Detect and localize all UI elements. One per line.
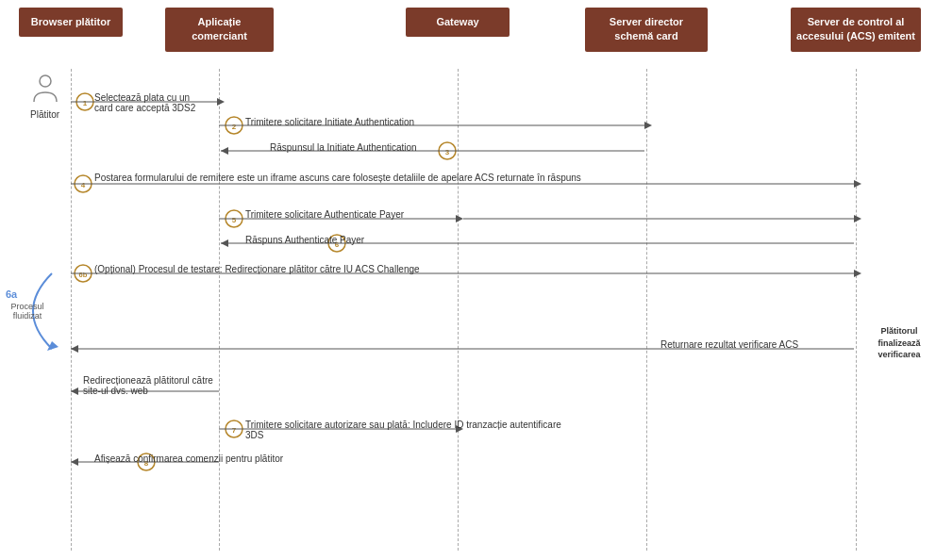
step8-label: Afișează confirmarea comenzii pentru plă… [94,453,359,464]
step1-label: Selectează plata cu un card care acceptă… [94,92,208,113]
svg-text:4: 4 [81,181,86,189]
svg-marker-8 [644,122,652,129]
step4-label: Postarea formularului de remitere este u… [94,173,755,183]
svg-marker-42 [71,458,78,466]
side-label-verification: Plătitorulfinalizeazăverificarea [866,325,932,361]
step6b-label: (Opțional) Procesul de testare: Redirecț… [94,264,679,274]
svg-text:2: 2 [232,123,237,131]
svg-marker-16 [854,180,861,188]
svg-text:7: 7 [232,426,237,435]
step2-label: Trimitere solicitare Initiate Authentica… [245,117,510,127]
redirect-label: Redirecționează plătitorul către site-ul… [83,375,220,396]
acs-return-label: Returnare rezultat verificare ACS [660,339,849,350]
svg-text:1: 1 [83,99,88,107]
svg-text:6b: 6b [79,271,88,279]
svg-marker-32 [71,345,78,353]
process-desc: Procesulfluidizat [4,302,51,321]
step6-label: Răspuns Authenticate Payer [245,235,510,245]
sequence-diagram: Browser plătitor Aplicație comerciant Ga… [0,0,936,560]
step5-label: Trimitere solicitare Authenticate Payer [245,209,510,220]
arrows-svg: 1 2 3 4 5 6 6b [0,0,936,560]
step7-label: Trimitere solicitare autorizare sau plat… [245,420,566,440]
svg-marker-30 [854,270,861,277]
step3-label: Răspunsul la Initiate Authentication [270,142,534,153]
svg-marker-4 [217,98,225,106]
svg-marker-34 [71,387,78,395]
process-6a-id: 6a [6,288,17,300]
svg-marker-12 [221,147,228,155]
svg-marker-22 [854,215,861,222]
svg-text:5: 5 [232,216,237,224]
svg-marker-26 [221,239,228,247]
